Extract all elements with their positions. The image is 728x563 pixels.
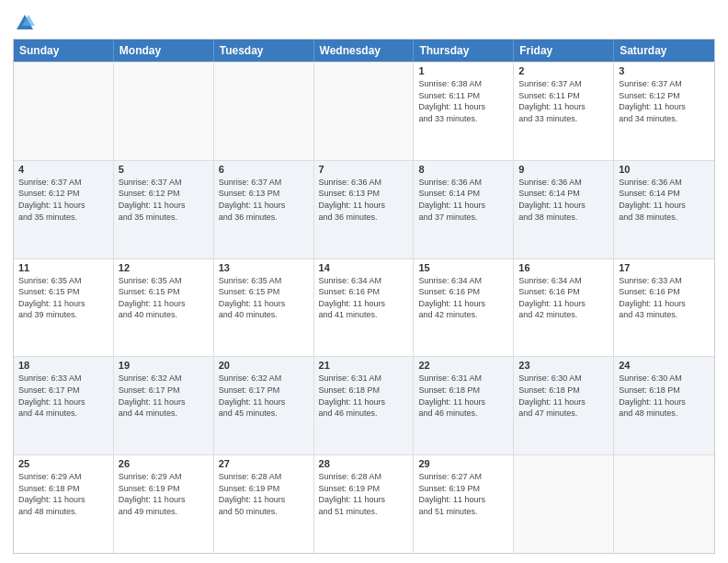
day-number: 11 (18, 262, 108, 273)
day-number: 9 (518, 164, 609, 175)
day-cell-10: 10Sunrise: 6:36 AMSunset: 6:14 PMDayligh… (614, 161, 714, 259)
day-info: Sunrise: 6:31 AMSunset: 6:18 PMDaylight:… (418, 373, 508, 419)
day-info: Sunrise: 6:35 AMSunset: 6:15 PMDaylight:… (18, 275, 108, 321)
day-info: Sunrise: 6:35 AMSunset: 6:15 PMDaylight:… (219, 275, 309, 321)
day-cell-16: 16Sunrise: 6:34 AMSunset: 6:16 PMDayligh… (514, 259, 614, 357)
day-number: 18 (18, 360, 108, 371)
day-cell-6: 6Sunrise: 6:37 AMSunset: 6:13 PMDaylight… (214, 161, 314, 259)
day-info: Sunrise: 6:28 AMSunset: 6:19 PMDaylight:… (219, 471, 309, 517)
empty-cell (14, 63, 114, 160)
day-cell-7: 7Sunrise: 6:36 AMSunset: 6:13 PMDaylight… (314, 161, 415, 259)
day-number: 20 (219, 360, 309, 371)
day-number: 21 (319, 360, 409, 371)
day-info: Sunrise: 6:32 AMSunset: 6:17 PMDaylight:… (219, 373, 309, 419)
day-cell-22: 22Sunrise: 6:31 AMSunset: 6:18 PMDayligh… (414, 357, 514, 454)
day-info: Sunrise: 6:34 AMSunset: 6:16 PMDaylight:… (418, 275, 508, 321)
day-info: Sunrise: 6:30 AMSunset: 6:18 PMDaylight:… (619, 373, 710, 419)
header-day-friday: Friday (514, 40, 614, 62)
day-info: Sunrise: 6:36 AMSunset: 6:14 PMDaylight:… (418, 177, 508, 223)
day-number: 5 (119, 164, 209, 175)
header-day-sunday: Sunday (14, 40, 114, 62)
day-cell-21: 21Sunrise: 6:31 AMSunset: 6:18 PMDayligh… (314, 357, 415, 454)
day-cell-28: 28Sunrise: 6:28 AMSunset: 6:19 PMDayligh… (314, 455, 415, 553)
calendar-week-1: 1Sunrise: 6:38 AMSunset: 6:11 PMDaylight… (14, 62, 714, 160)
empty-cell (314, 63, 415, 160)
day-cell-27: 27Sunrise: 6:28 AMSunset: 6:19 PMDayligh… (214, 455, 314, 553)
calendar-week-5: 25Sunrise: 6:29 AMSunset: 6:18 PMDayligh… (14, 454, 714, 553)
day-info: Sunrise: 6:33 AMSunset: 6:16 PMDaylight:… (619, 275, 710, 321)
day-cell-17: 17Sunrise: 6:33 AMSunset: 6:16 PMDayligh… (614, 259, 714, 357)
day-cell-19: 19Sunrise: 6:32 AMSunset: 6:17 PMDayligh… (114, 357, 214, 454)
day-info: Sunrise: 6:37 AMSunset: 6:12 PMDaylight:… (119, 177, 209, 223)
calendar-body: 1Sunrise: 6:38 AMSunset: 6:11 PMDaylight… (14, 62, 714, 553)
day-cell-9: 9Sunrise: 6:36 AMSunset: 6:14 PMDaylight… (514, 161, 614, 259)
day-number: 26 (119, 458, 209, 469)
day-cell-8: 8Sunrise: 6:36 AMSunset: 6:14 PMDaylight… (414, 161, 514, 259)
day-info: Sunrise: 6:37 AMSunset: 6:13 PMDaylight:… (219, 177, 309, 223)
header-day-tuesday: Tuesday (214, 40, 314, 62)
day-cell-15: 15Sunrise: 6:34 AMSunset: 6:16 PMDayligh… (414, 259, 514, 357)
day-number: 6 (219, 164, 309, 175)
day-number: 22 (418, 360, 508, 371)
day-info: Sunrise: 6:37 AMSunset: 6:12 PMDaylight:… (619, 78, 710, 124)
empty-cell (614, 455, 714, 553)
calendar-week-2: 4Sunrise: 6:37 AMSunset: 6:12 PMDaylight… (14, 160, 714, 259)
day-info: Sunrise: 6:36 AMSunset: 6:14 PMDaylight:… (518, 177, 609, 223)
calendar-header-row: SundayMondayTuesdayWednesdayThursdayFrid… (14, 40, 714, 62)
day-number: 29 (418, 458, 508, 469)
day-number: 7 (319, 164, 409, 175)
day-number: 19 (119, 360, 209, 371)
page: SundayMondayTuesdayWednesdayThursdayFrid… (0, 0, 728, 563)
day-number: 16 (518, 262, 609, 273)
logo-icon (15, 13, 35, 33)
day-cell-2: 2Sunrise: 6:37 AMSunset: 6:11 PMDaylight… (514, 63, 614, 160)
day-cell-11: 11Sunrise: 6:35 AMSunset: 6:15 PMDayligh… (14, 259, 114, 357)
day-number: 25 (18, 458, 108, 469)
header-day-wednesday: Wednesday (314, 40, 415, 62)
day-number: 1 (418, 65, 508, 76)
day-number: 8 (418, 164, 508, 175)
calendar-week-3: 11Sunrise: 6:35 AMSunset: 6:15 PMDayligh… (14, 259, 714, 357)
day-number: 23 (518, 360, 609, 371)
day-cell-18: 18Sunrise: 6:33 AMSunset: 6:17 PMDayligh… (14, 357, 114, 454)
day-info: Sunrise: 6:36 AMSunset: 6:13 PMDaylight:… (319, 177, 409, 223)
day-number: 24 (619, 360, 710, 371)
day-number: 3 (619, 65, 710, 76)
day-cell-13: 13Sunrise: 6:35 AMSunset: 6:15 PMDayligh… (214, 259, 314, 357)
header-day-monday: Monday (114, 40, 214, 62)
header-day-saturday: Saturday (614, 40, 714, 62)
day-number: 10 (619, 164, 710, 175)
day-number: 17 (619, 262, 710, 273)
day-cell-24: 24Sunrise: 6:30 AMSunset: 6:18 PMDayligh… (614, 357, 714, 454)
day-info: Sunrise: 6:33 AMSunset: 6:17 PMDaylight:… (18, 373, 108, 419)
day-info: Sunrise: 6:34 AMSunset: 6:16 PMDaylight:… (518, 275, 609, 321)
day-cell-26: 26Sunrise: 6:29 AMSunset: 6:19 PMDayligh… (114, 455, 214, 553)
day-cell-23: 23Sunrise: 6:30 AMSunset: 6:18 PMDayligh… (514, 357, 614, 454)
calendar-week-4: 18Sunrise: 6:33 AMSunset: 6:17 PMDayligh… (14, 356, 714, 454)
header (13, 9, 715, 33)
day-number: 13 (219, 262, 309, 273)
day-info: Sunrise: 6:31 AMSunset: 6:18 PMDaylight:… (319, 373, 409, 419)
day-number: 27 (219, 458, 309, 469)
day-info: Sunrise: 6:37 AMSunset: 6:11 PMDaylight:… (518, 78, 609, 124)
day-cell-25: 25Sunrise: 6:29 AMSunset: 6:18 PMDayligh… (14, 455, 114, 553)
empty-cell (214, 63, 314, 160)
day-number: 28 (319, 458, 409, 469)
day-cell-1: 1Sunrise: 6:38 AMSunset: 6:11 PMDaylight… (414, 63, 514, 160)
day-info: Sunrise: 6:38 AMSunset: 6:11 PMDaylight:… (418, 78, 508, 124)
day-info: Sunrise: 6:36 AMSunset: 6:14 PMDaylight:… (619, 177, 710, 223)
day-number: 4 (18, 164, 108, 175)
day-info: Sunrise: 6:30 AMSunset: 6:18 PMDaylight:… (518, 373, 609, 419)
day-cell-12: 12Sunrise: 6:35 AMSunset: 6:15 PMDayligh… (114, 259, 214, 357)
empty-cell (114, 63, 214, 160)
header-day-thursday: Thursday (414, 40, 514, 62)
day-cell-20: 20Sunrise: 6:32 AMSunset: 6:17 PMDayligh… (214, 357, 314, 454)
empty-cell (514, 455, 614, 553)
day-number: 14 (319, 262, 409, 273)
day-info: Sunrise: 6:28 AMSunset: 6:19 PMDaylight:… (319, 471, 409, 517)
day-cell-3: 3Sunrise: 6:37 AMSunset: 6:12 PMDaylight… (614, 63, 714, 160)
day-cell-14: 14Sunrise: 6:34 AMSunset: 6:16 PMDayligh… (314, 259, 415, 357)
day-info: Sunrise: 6:37 AMSunset: 6:12 PMDaylight:… (18, 177, 108, 223)
day-info: Sunrise: 6:34 AMSunset: 6:16 PMDaylight:… (319, 275, 409, 321)
day-number: 2 (518, 65, 609, 76)
